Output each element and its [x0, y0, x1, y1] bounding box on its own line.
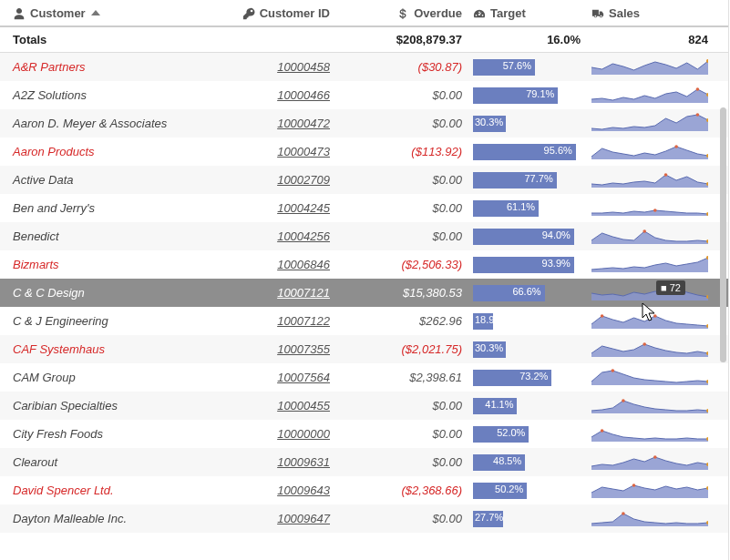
- sales-sparkline[interactable]: [586, 339, 714, 360]
- table-row[interactable]: City Fresh Foods10000000$0.0052.0%: [0, 420, 728, 448]
- table-body[interactable]: A&R Partners10000458($30.87)57.6%A2Z Sol…: [0, 53, 728, 558]
- overdue-value: $0.00: [335, 455, 468, 469]
- customer-name[interactable]: Clearout: [7, 455, 199, 469]
- table-row[interactable]: Ben and Jerry's10004245$0.0061.1%: [0, 194, 728, 222]
- sales-sparkline[interactable]: [586, 423, 714, 444]
- customer-id-link[interactable]: 10007355: [199, 342, 335, 356]
- key-icon: [242, 5, 255, 20]
- customer-id-link[interactable]: 10000472: [199, 117, 335, 130]
- col-header-target[interactable]: Target: [468, 5, 586, 20]
- table-row[interactable]: Dayton Malleable Inc.10009647$0.0027.7%: [0, 504, 728, 533]
- overdue-value: $0.00: [335, 229, 468, 243]
- target-cell: 66.6%: [468, 285, 586, 301]
- sales-sparkline[interactable]: [586, 480, 714, 501]
- customer-id-link[interactable]: 10000455: [199, 399, 335, 412]
- sales-sparkline[interactable]: [586, 113, 714, 134]
- customer-name[interactable]: C & J Engineering: [7, 314, 199, 328]
- sales-sparkline[interactable]: [586, 395, 714, 416]
- customer-name[interactable]: CAF Systemhaus: [7, 342, 199, 356]
- overdue-value: $0.00: [335, 399, 468, 412]
- table-row[interactable]: A2Z Solutions10000466$0.0079.1%: [0, 81, 728, 109]
- table-row[interactable]: Aaron Products10000473($113.92)95.6%: [0, 137, 728, 166]
- table-row[interactable]: C & C Design10007121$15,380.5366.6%: [0, 279, 728, 307]
- table-row[interactable]: Benedict10004256$0.0094.0%: [0, 222, 728, 250]
- customer-name[interactable]: Aaron D. Meyer & Associates: [7, 117, 199, 130]
- data-table: Customer Customer ID Overdue Target S: [0, 0, 729, 560]
- sales-sparkline[interactable]: [586, 254, 714, 275]
- customer-id-link[interactable]: 10000458: [199, 60, 335, 74]
- customer-name[interactable]: David Spencer Ltd.: [7, 484, 199, 497]
- sales-sparkline[interactable]: [586, 198, 714, 219]
- customer-id-link[interactable]: 10002709: [199, 173, 335, 187]
- overdue-value: ($113.92): [335, 145, 468, 158]
- customer-id-link[interactable]: 10009647: [199, 512, 335, 525]
- customer-name[interactable]: A&R Partners: [7, 60, 199, 74]
- customer-id-link[interactable]: 10007564: [199, 371, 335, 384]
- customer-name[interactable]: CAM Group: [7, 371, 199, 384]
- table-row[interactable]: David Spencer Ltd.10009643($2,368.66)50.…: [0, 476, 728, 504]
- sort-asc-icon: [91, 10, 100, 15]
- svg-point-8: [664, 173, 668, 177]
- customer-id-link[interactable]: 10007121: [199, 286, 335, 300]
- customer-id-link[interactable]: 10000000: [199, 427, 335, 441]
- sales-sparkline[interactable]: [586, 56, 714, 77]
- customer-name[interactable]: Aaron Products: [7, 145, 199, 158]
- table-row[interactable]: Active Data10002709$0.0077.7%: [0, 166, 728, 194]
- svg-point-29: [653, 455, 657, 459]
- customer-name[interactable]: City Fresh Foods: [7, 427, 199, 441]
- customer-name[interactable]: A2Z Solutions: [7, 88, 199, 102]
- customer-id-link[interactable]: 10009631: [199, 455, 335, 469]
- col-header-overdue[interactable]: Overdue: [335, 5, 468, 20]
- overdue-value: $0.00: [335, 173, 468, 187]
- table-row[interactable]: CAM Group10007564$2,398.6173.2%: [0, 363, 728, 392]
- customer-name[interactable]: Dayton Malleable Inc.: [7, 512, 199, 525]
- customer-name[interactable]: Ben and Jerry's: [7, 201, 199, 215]
- customer-id-link[interactable]: 10007122: [199, 314, 335, 328]
- svg-point-4: [696, 113, 700, 117]
- table-row[interactable]: Aaron D. Meyer & Associates10000472$0.00…: [0, 109, 728, 137]
- overdue-value: $262.96: [335, 314, 468, 328]
- table-row[interactable]: Bizmarts10006846($2,506.33)93.9%: [0, 250, 728, 279]
- customer-id-link[interactable]: 10004245: [199, 201, 335, 215]
- customer-name[interactable]: Benedict: [7, 229, 199, 243]
- customer-name[interactable]: C & C Design: [7, 286, 199, 300]
- customer-id-link[interactable]: 10000466: [199, 88, 335, 102]
- customer-name[interactable]: Bizmarts: [7, 258, 199, 271]
- sales-sparkline[interactable]: [586, 85, 714, 106]
- sales-sparkline[interactable]: [586, 282, 714, 303]
- table-row[interactable]: C & J Engineering10007122$262.9618.9%: [0, 307, 728, 335]
- customer-name[interactable]: Caribian Specialties: [7, 399, 199, 412]
- target-cell: 27.7%: [468, 511, 586, 527]
- customer-id-link[interactable]: 10009643: [199, 484, 335, 497]
- sales-sparkline[interactable]: [586, 169, 714, 190]
- table-row[interactable]: CAF Systemhaus10007355($2,021.75)30.3%: [0, 335, 728, 363]
- svg-point-27: [601, 429, 604, 433]
- sales-sparkline[interactable]: [586, 226, 714, 247]
- customer-id-link[interactable]: 10000473: [199, 145, 335, 158]
- col-header-sales[interactable]: Sales: [586, 5, 714, 20]
- header-label: Sales: [609, 6, 640, 20]
- sales-sparkline[interactable]: [586, 367, 714, 388]
- customer-name[interactable]: Active Data: [7, 173, 199, 187]
- sales-sparkline[interactable]: [586, 452, 714, 473]
- col-header-customer-id[interactable]: Customer ID: [199, 5, 335, 20]
- svg-point-2: [696, 87, 700, 91]
- scrollbar[interactable]: [720, 107, 726, 362]
- table-row[interactable]: Caribian Specialties10000455$0.0041.1%: [0, 392, 728, 420]
- table-row[interactable]: A&R Partners10000458($30.87)57.6%: [0, 53, 728, 81]
- overdue-value: ($2,021.75): [335, 342, 468, 356]
- customer-id-link[interactable]: 10004256: [199, 229, 335, 243]
- svg-point-25: [622, 399, 625, 402]
- table-row[interactable]: Clearout10009631$0.0048.5%: [0, 448, 728, 476]
- sales-sparkline[interactable]: [586, 311, 714, 331]
- target-cell: 77.7%: [468, 172, 586, 188]
- customer-id-link[interactable]: 10006846: [199, 258, 335, 271]
- sales-sparkline[interactable]: [586, 508, 714, 529]
- header-label: Customer: [30, 6, 86, 20]
- col-header-customer[interactable]: Customer: [7, 5, 199, 20]
- sales-sparkline[interactable]: [586, 141, 714, 162]
- svg-point-33: [622, 512, 625, 515]
- overdue-value: $0.00: [335, 427, 468, 441]
- target-cell: 61.1%: [468, 200, 586, 217]
- overdue-value: $15,380.53: [335, 286, 468, 300]
